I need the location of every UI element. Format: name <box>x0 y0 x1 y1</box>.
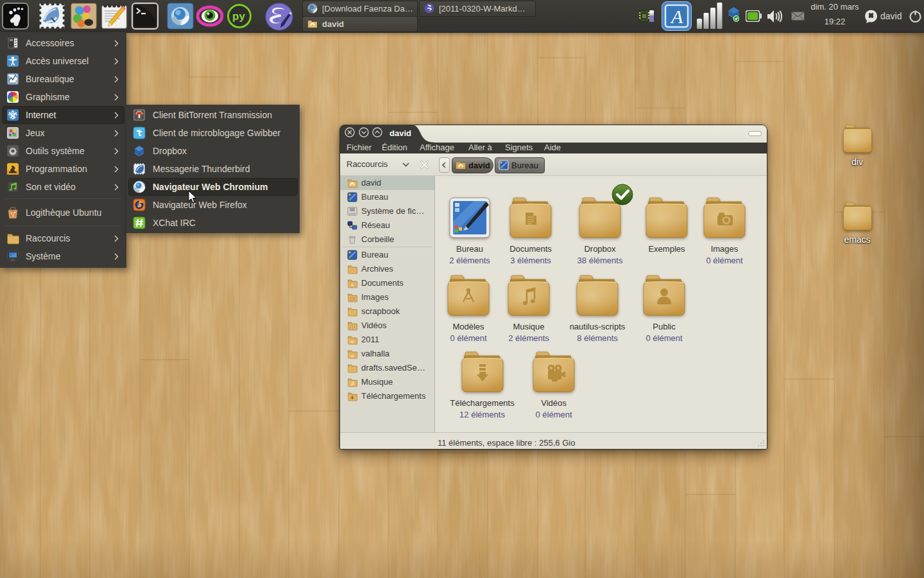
svg-text:A: A <box>670 6 683 27</box>
svg-text:py: py <box>232 10 245 22</box>
